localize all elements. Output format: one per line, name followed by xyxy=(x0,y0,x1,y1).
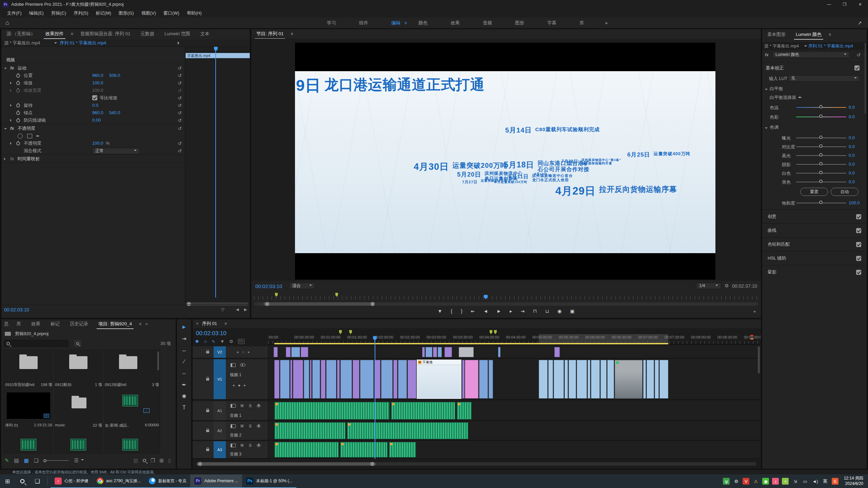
automate-icon[interactable]: ▥ xyxy=(134,458,138,464)
workspace-tab-effects[interactable]: 效果 xyxy=(439,20,471,26)
timeline-playhead-line[interactable] xyxy=(375,339,375,459)
transport-button[interactable]: ▼ xyxy=(438,308,442,314)
resolution-dropdown[interactable]: 1/4 xyxy=(696,283,721,289)
taskbar-search-icon[interactable] xyxy=(15,474,30,488)
tint-handle[interactable] xyxy=(819,115,823,118)
timeline-clip[interactable] xyxy=(301,347,308,357)
menu-item[interactable]: 视图(V) xyxy=(138,10,160,16)
rotation-value[interactable]: 0.0 xyxy=(92,102,98,109)
audio-clip[interactable] xyxy=(274,422,346,439)
effect-uniform-scale-row[interactable]: 等比缩放 ↺ xyxy=(1,94,185,102)
transport-button[interactable]: { xyxy=(451,308,452,314)
timeline-clip[interactable] xyxy=(643,360,646,399)
program-monitor-tab[interactable]: 节目: 序列 01 xyxy=(251,31,289,37)
fit-dropdown[interactable]: 适合 xyxy=(289,283,315,289)
settings-wrench-icon[interactable]: ⚙ xyxy=(725,283,729,288)
slider-handle[interactable] xyxy=(819,162,823,165)
effect-opacity-section[interactable]: fx 不透明度 ↺ xyxy=(1,125,185,132)
tool-button[interactable]: ✱ xyxy=(177,390,191,402)
toggle-track-output-icon[interactable] xyxy=(240,363,245,367)
timeline-tool-icon[interactable]: ▼ xyxy=(220,339,224,344)
track-a1-badge[interactable]: A1 xyxy=(214,401,226,420)
slider-handle[interactable] xyxy=(819,153,823,157)
lock-icon[interactable] xyxy=(206,410,209,412)
position-x-value[interactable]: 960.0 xyxy=(92,72,103,79)
reset-icon[interactable]: ↺ xyxy=(178,72,182,79)
bin-label[interactable]: 0912拍摄fx63 项 xyxy=(105,382,159,387)
basic-correction-section[interactable]: 基本校正 xyxy=(762,63,867,73)
section-checkbox[interactable] xyxy=(856,256,861,261)
slider-track[interactable] xyxy=(796,155,846,156)
panel-menu-icon[interactable]: ≡ xyxy=(222,319,229,328)
track-name[interactable]: 音频 2 xyxy=(230,432,241,438)
timeline-clip[interactable] xyxy=(655,360,659,399)
hscroll-thumb[interactable] xyxy=(197,462,376,466)
zoom-bar-thumb[interactable] xyxy=(263,302,374,306)
pencil-icon[interactable]: ✎ xyxy=(5,458,9,464)
mini-zoom-scrollbar[interactable] xyxy=(186,302,249,306)
source-patch-icon[interactable] xyxy=(231,444,236,447)
eyedropper-icon[interactable]: ✒ xyxy=(798,94,802,102)
timeline-clip[interactable] xyxy=(607,360,614,399)
taskbar-clock[interactable]: 12:14 周四 2024/6/20 xyxy=(844,476,863,486)
timeline-clip[interactable] xyxy=(304,360,309,399)
tint-track[interactable] xyxy=(796,117,846,117)
temperature-handle[interactable] xyxy=(819,105,823,108)
mute-button[interactable]: M xyxy=(239,403,245,408)
tool-button[interactable]: ∕ xyxy=(177,356,191,367)
program-ruler[interactable] xyxy=(254,296,758,300)
effect-panel-timecode[interactable]: 00:02:03:10 xyxy=(4,307,29,312)
tray-icon[interactable]: ◄) xyxy=(811,478,818,485)
captions-cc-icon[interactable]: CC xyxy=(238,339,244,344)
search-input[interactable] xyxy=(4,340,68,347)
search-in-bin-button[interactable] xyxy=(74,340,81,347)
timeline-clip[interactable] xyxy=(321,360,326,399)
audio-thumbnail[interactable] xyxy=(21,439,36,450)
tab-source-monitor[interactable]: 源:（无剪辑） xyxy=(1,31,40,37)
panel-menu-icon[interactable]: ≡ xyxy=(69,32,75,36)
filter-funnel-icon[interactable]: ▽ xyxy=(221,307,224,312)
lumetri-section-row[interactable]: 曲线 xyxy=(762,223,867,237)
tray-icon[interactable]: ♪ xyxy=(772,478,779,485)
twirl-open-icon[interactable] xyxy=(4,68,7,70)
mini-playhead[interactable] xyxy=(215,47,216,298)
solo-button[interactable]: S xyxy=(248,403,253,408)
find-icon[interactable] xyxy=(143,459,146,462)
temperature-value[interactable]: 0.0 xyxy=(849,105,855,110)
taskbar-app-photoshop[interactable]: Ps 未标题-1 @ 50% (... xyxy=(242,474,296,488)
mute-button[interactable]: M xyxy=(239,443,245,448)
timeline-clip[interactable] xyxy=(565,360,568,399)
timeline-clip[interactable] xyxy=(554,347,560,357)
workspace-tab-learn[interactable]: 学习 xyxy=(315,20,348,26)
program-zoom-bar[interactable] xyxy=(254,302,758,306)
menu-item[interactable]: 剪辑(C) xyxy=(47,10,70,16)
tool-button[interactable]: ► xyxy=(177,321,191,333)
menu-item[interactable]: 窗口(W) xyxy=(160,10,183,16)
tray-icon[interactable]: ⚠ xyxy=(752,478,759,485)
transport-button[interactable]: ⇥ xyxy=(520,308,525,314)
slider-handle[interactable] xyxy=(819,171,823,174)
track-v1-badge[interactable]: V1 xyxy=(214,359,226,399)
breadcrumb[interactable]: 剪辑920_4.prproj xyxy=(15,329,48,338)
timeline-tool-icon[interactable]: ⇖ xyxy=(212,339,215,344)
voiceover-mic-icon[interactable] xyxy=(258,444,260,446)
timeline-clip[interactable] xyxy=(293,360,303,399)
blend-mode-dropdown[interactable]: 正常 xyxy=(92,148,140,154)
rect-mask-icon[interactable] xyxy=(27,134,32,138)
timeline-clip[interactable] xyxy=(438,347,442,357)
timeline-clip[interactable] xyxy=(445,347,452,357)
timeline-clip[interactable] xyxy=(462,360,465,399)
zoom-handle-left[interactable] xyxy=(265,302,269,306)
effect-rotation-row[interactable]: 旋转 0.0 ↺ xyxy=(1,102,185,109)
tab-essential-graphics[interactable]: 基本图形 xyxy=(762,32,791,38)
audio-thumbnail[interactable] xyxy=(122,439,138,450)
work-area-bar[interactable] xyxy=(274,343,668,344)
anchor-y-value[interactable]: 540.0 xyxy=(109,109,120,117)
slider-track[interactable] xyxy=(796,138,846,138)
transport-button[interactable]: ▸ xyxy=(510,308,512,314)
tray-icon[interactable]: ⇲ xyxy=(792,478,798,485)
track-a2-badge[interactable]: A2 xyxy=(214,422,226,440)
twirl-closed-icon[interactable] xyxy=(4,158,7,160)
reset-icon[interactable]: ↺ xyxy=(178,64,182,72)
audio-clip[interactable] xyxy=(457,402,472,420)
